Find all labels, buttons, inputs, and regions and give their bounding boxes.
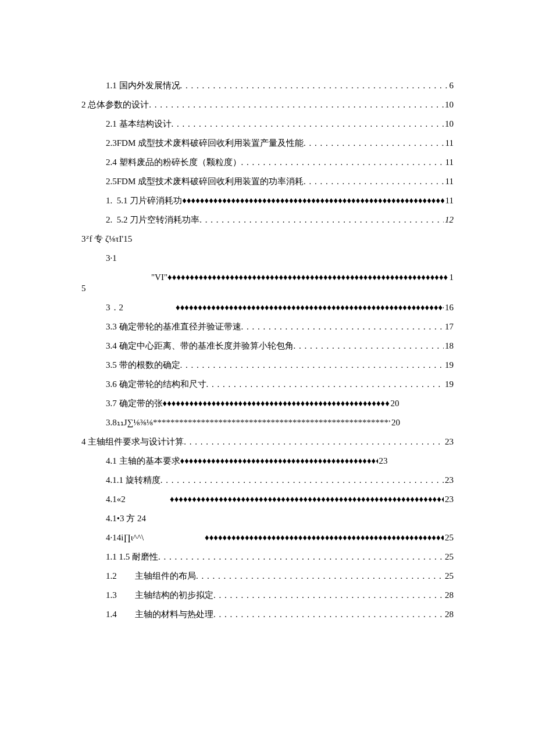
page-content: 1.1 国内外发展情况 . . . . . . . . . . . . . . … — [0, 0, 535, 756]
toc-entry: 4·14i∏ι^^\ ♦♦♦♦♦♦♦♦♦♦♦♦♦♦♦♦♦♦♦♦♦♦♦♦♦♦♦♦♦… — [81, 533, 454, 542]
toc-page: 10 — [444, 120, 454, 128]
toc-entry: 3.3 确定带轮的基准直径并验证带速 . . . . . . . . . . .… — [81, 323, 454, 331]
toc-entry: 2.5FDM 成型技术废料破碎回收利用装置的功率消耗 . . . . . . .… — [81, 177, 454, 186]
toc-entry: 4.1 主轴的基本要求 ♦♦♦♦♦♦♦♦♦♦♦♦♦♦♦♦♦♦♦♦♦♦♦♦♦♦♦♦… — [81, 457, 454, 465]
toc-entry: 4.1.1 旋转精度 . . . . . . . . . . . . . . .… — [81, 476, 454, 485]
toc-entry: 1.1 国内外发展情况 . . . . . . . . . . . . . . … — [81, 81, 454, 90]
toc-page: 19 — [444, 380, 454, 389]
toc-leader-diamond: ♦♦♦♦♦♦♦♦♦♦♦♦♦♦♦♦♦♦♦♦♦♦♦♦♦♦♦♦♦♦♦♦♦♦♦♦♦♦♦♦… — [170, 495, 444, 504]
toc-leader-diamond: ♦♦♦♦♦♦♦♦♦♦♦♦♦♦♦♦♦♦♦♦♦♦♦♦♦♦♦♦♦♦♦♦♦♦♦♦♦♦♦♦… — [163, 399, 390, 408]
toc-garbled-line: 3ᶻf 专 ζ⅛τI'15 — [81, 235, 454, 243]
toc-entry: 2. 5.2 刀片空转消耗功率 . . . . . . . . . . . . … — [81, 216, 454, 224]
toc-entry: 3.8₁₁J∑⅛⅜⅛ *****************************… — [81, 418, 454, 427]
toc-label: 4.1 主轴的基本要求 — [106, 457, 180, 465]
toc-entry: 2.3FDM 成型技术废料破碎回收利用装置产量及性能 . . . . . . .… — [81, 139, 454, 148]
toc-num: 1.3 — [106, 591, 135, 600]
toc-entry: 3.5 带的根数的确定 . . . . . . . . . . . . . . … — [81, 361, 454, 370]
toc-label: 2.4 塑料废品的粉碎长度（颗粒度） — [106, 158, 241, 167]
toc-page: 25 — [444, 553, 454, 561]
toc-entry: 1. 5.1 刀片碎消耗功 ♦♦♦♦♦♦♦♦♦♦♦♦♦♦♦♦♦♦♦♦♦♦♦♦♦♦… — [81, 196, 454, 205]
toc-label: 3.7 确定带的张 — [106, 399, 163, 408]
toc-leader-star: ****************************************… — [153, 418, 390, 427]
toc-leader: . . . . . . . . . . . . . . . . . . . . … — [206, 380, 444, 389]
toc-leader: . . . . . . . . . . . . . . . . . . . . … — [196, 572, 444, 581]
toc-label: 1.1 国内外发展情况 — [106, 81, 180, 90]
toc-label: 3·1 — [81, 254, 454, 263]
toc-page: 12 — [444, 216, 454, 224]
toc-entry: "VI" ♦♦♦♦♦♦♦♦♦♦♦♦♦♦♦♦♦♦♦♦♦♦♦♦♦♦♦♦♦♦♦♦♦♦♦… — [81, 273, 454, 282]
toc-entry: 1.2 主轴组件的布局 . . . . . . . . . . . . . . … — [81, 572, 454, 581]
toc-garbled-line: 4.1•3 方 24 — [81, 514, 454, 523]
toc-leader: . . . . . . . . . . . . . . . . . . . . … — [294, 342, 444, 350]
toc-label: 3.4 确定中心距离、带的基准长度并验算小轮包角 — [106, 342, 294, 350]
toc-leader: . . . . . . . . . . . . . . . . . . . . … — [304, 139, 444, 148]
toc-label: 4 主轴组件要求与设计计算 — [81, 438, 184, 446]
toc-page: 6 — [448, 81, 454, 90]
toc-page: 11 — [444, 158, 454, 167]
toc-leader-diamond: ♦♦♦♦♦♦♦♦♦♦♦♦♦♦♦♦♦♦♦♦♦♦♦♦♦♦♦♦♦♦♦♦♦♦♦♦♦♦♦♦… — [180, 457, 378, 465]
toc-entry: 2.4 塑料废品的粉碎长度（颗粒度） . . . . . . . . . . .… — [81, 158, 454, 167]
toc-entry: 2 总体参数的设计 . . . . . . . . . . . . . . . … — [81, 101, 454, 109]
toc-num: 2. — [106, 216, 117, 224]
toc-label: 主轴的材料与热处理 — [135, 610, 213, 619]
toc-page: 18 — [444, 342, 454, 350]
toc-page: 11 — [444, 139, 454, 148]
toc-page: 25 — [444, 572, 454, 581]
toc-page: 19 — [444, 361, 454, 370]
toc-leader: . . . . . . . . . . . . . . . . . . . . … — [213, 591, 444, 600]
toc-entry: 4.1«2 ♦♦♦♦♦♦♦♦♦♦♦♦♦♦♦♦♦♦♦♦♦♦♦♦♦♦♦♦♦♦♦♦♦♦… — [81, 495, 454, 504]
toc-page: 20 — [390, 399, 400, 408]
toc-label: 5.2 刀片空转消耗功率 — [117, 216, 200, 224]
toc-entry: 2.1 基本结构设计 . . . . . . . . . . . . . . .… — [81, 120, 454, 128]
toc-num: 1.4 — [106, 610, 135, 619]
toc-label: 2.5FDM 成型技术废料破碎回收利用装置的功率消耗 — [106, 177, 304, 186]
toc-label: 主轴组件的布局 — [135, 572, 196, 581]
toc-page: 23 — [444, 495, 454, 504]
toc-leader: . . . . . . . . . . . . . . . . . . . . … — [149, 101, 444, 109]
toc-num: 1. — [106, 196, 117, 205]
toc-page: 28 — [444, 591, 454, 600]
toc-leader-diamond: ♦♦♦♦♦♦♦♦♦♦♦♦♦♦♦♦♦♦♦♦♦♦♦♦♦♦♦♦♦♦♦♦♦♦♦♦♦♦♦♦… — [205, 533, 444, 542]
toc-page: 23 — [444, 476, 454, 485]
toc-label: 2.1 基本结构设计 — [106, 120, 172, 128]
toc-entry: 1.1 1.5 耐磨性 . . . . . . . . . . . . . . … — [81, 553, 454, 561]
toc-page: 11 — [444, 196, 454, 205]
toc-label: 1.1 1.5 耐磨性 — [106, 553, 158, 561]
toc-label: 5.1 刀片碎消耗功 — [117, 196, 183, 205]
toc-leader: . . . . . . . . . . . . . . . . . . . . … — [241, 158, 444, 167]
toc-leader: . . . . . . . . . . . . . . . . . . . . … — [172, 120, 444, 128]
toc-entry: 3.6 确定带轮的结构和尺寸 . . . . . . . . . . . . .… — [81, 380, 454, 389]
toc-label: 2.3FDM 成型技术废料破碎回收利用装置产量及性能 — [106, 139, 304, 148]
toc-page: 23 — [444, 438, 454, 446]
toc-page: 25 — [444, 533, 454, 542]
toc-leader-diamond: ♦♦♦♦♦♦♦♦♦♦♦♦♦♦♦♦♦♦♦♦♦♦♦♦♦♦♦♦♦♦♦♦♦♦♦♦♦♦♦♦… — [176, 303, 444, 312]
toc-leader: . . . . . . . . . . . . . . . . . . . . … — [180, 361, 444, 370]
toc-entry: 4 主轴组件要求与设计计算 . . . . . . . . . . . . . … — [81, 438, 454, 446]
toc-page: 1 — [448, 273, 454, 282]
toc-leader: . . . . . . . . . . . . . . . . . . . . … — [158, 553, 444, 561]
toc-label: "VI" — [151, 273, 167, 282]
toc-page: 20 — [390, 418, 400, 427]
toc-page: 10 — [444, 101, 454, 109]
toc-leader: . . . . . . . . . . . . . . . . . . . . … — [160, 476, 444, 485]
toc-page: 23 — [378, 457, 388, 465]
toc-label: 4.1.1 旋转精度 — [106, 476, 160, 485]
toc-page: 11 — [444, 177, 454, 186]
toc-entry: 1.4 主轴的材料与热处理 . . . . . . . . . . . . . … — [81, 610, 454, 619]
toc-leader: . . . . . . . . . . . . . . . . . . . . … — [180, 81, 448, 90]
toc-label: 2 总体参数的设计 — [81, 101, 149, 109]
toc-entry: 1.3 主轴结构的初步拟定 . . . . . . . . . . . . . … — [81, 591, 454, 600]
toc-label: 3.8₁₁J∑⅛⅜⅛ — [106, 418, 153, 427]
toc-label: 3.6 确定带轮的结构和尺寸 — [106, 380, 206, 389]
toc-label: 3．2 — [106, 303, 176, 312]
toc-leader: . . . . . . . . . . . . . . . . . . . . … — [241, 323, 444, 331]
toc-leader-diamond: ♦♦♦♦♦♦♦♦♦♦♦♦♦♦♦♦♦♦♦♦♦♦♦♦♦♦♦♦♦♦♦♦♦♦♦♦♦♦♦♦… — [182, 196, 444, 205]
toc-entry: 3.7 确定带的张 ♦♦♦♦♦♦♦♦♦♦♦♦♦♦♦♦♦♦♦♦♦♦♦♦♦♦♦♦♦♦… — [81, 399, 454, 408]
toc-page: 28 — [444, 610, 454, 619]
toc-leader: . . . . . . . . . . . . . . . . . . . . … — [184, 438, 444, 446]
toc-label: 4.1«2 — [106, 495, 170, 504]
toc-leader: . . . . . . . . . . . . . . . . . . . . … — [304, 177, 444, 186]
toc-leader: . . . . . . . . . . . . . . . . . . . . … — [199, 216, 444, 224]
toc-entry: 3.4 确定中心距离、带的基准长度并验算小轮包角 . . . . . . . .… — [81, 342, 454, 350]
toc-leader-diamond: ♦♦♦♦♦♦♦♦♦♦♦♦♦♦♦♦♦♦♦♦♦♦♦♦♦♦♦♦♦♦♦♦♦♦♦♦♦♦♦♦… — [167, 273, 448, 282]
